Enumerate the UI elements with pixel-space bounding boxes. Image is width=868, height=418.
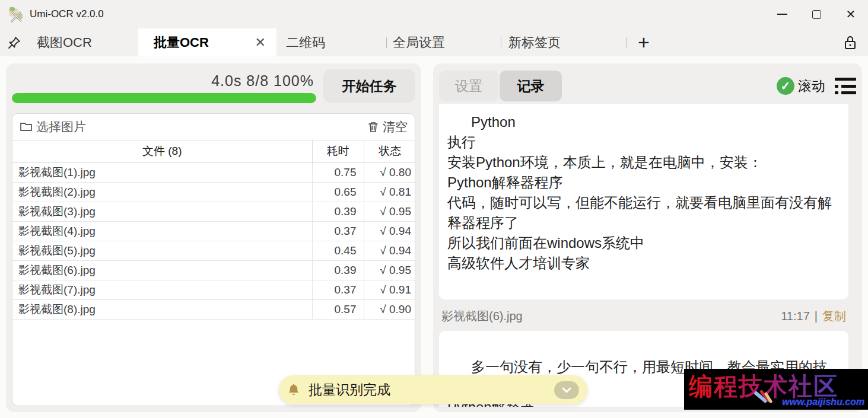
tab-new-page[interactable]: 新标签页 <box>501 28 626 56</box>
copy-link[interactable]: 复制 <box>822 308 846 324</box>
notification-toast[interactable]: 批量识别完成 <box>279 375 587 404</box>
app-logo-icon <box>7 5 25 23</box>
add-tab-button[interactable]: + <box>627 28 661 56</box>
bell-icon <box>287 383 300 397</box>
tab-global-settings[interactable]: 全局设置 <box>387 28 501 56</box>
pin-window-button[interactable] <box>0 28 28 56</box>
tab-records[interactable]: 记录 <box>500 71 562 101</box>
status-cell: √ 0.94 <box>364 241 415 260</box>
table-row[interactable]: 影视截图(3).jpg 0.39 √ 0.95 <box>12 202 415 221</box>
ocr-result-card[interactable]: Python 执行 安装Python环境，本质上，就是在电脑中，安装： Pyth… <box>439 104 848 299</box>
tab-bar: 截图OCR 批量OCR ✕ 二维码 全局设置 新标签页 + <box>0 28 868 56</box>
tab-label: 二维码 <box>286 34 325 52</box>
record-meta-right: 11:17 | 复制 <box>781 308 846 324</box>
tab-label: 全局设置 <box>393 34 445 52</box>
time-cell: 0.45 <box>312 241 364 260</box>
time-cell: 0.37 <box>312 221 364 241</box>
minimize-button[interactable] <box>765 0 799 28</box>
maximize-button[interactable] <box>799 0 834 28</box>
column-header-file[interactable]: 文件 (8) <box>12 141 312 162</box>
minimize-icon <box>777 14 787 15</box>
tab-label: 截图OCR <box>37 34 92 52</box>
plus-icon: + <box>638 31 650 54</box>
file-name-cell: 影视截图(6).jpg <box>12 260 312 280</box>
task-progress-area: 4.0s 8/8 100% <box>12 69 323 107</box>
results-panel: 设置 记录 ✓ 滚动 Python 执行 安装Python环境，本质上，就是在电… <box>433 63 862 412</box>
watermark: 编程技术社区 www.paijishu.com <box>684 369 868 410</box>
checkbox-checked-icon[interactable]: ✓ <box>777 77 794 95</box>
status-cell: √ 0.90 <box>364 299 415 319</box>
auto-scroll-toggle[interactable]: ✓ 滚动 <box>777 77 825 95</box>
list-icon-row <box>835 91 856 94</box>
time-cell: 0.75 <box>312 162 364 182</box>
tab-screenshot-ocr[interactable]: 截图OCR <box>28 28 138 56</box>
window-controls: ✕ <box>765 0 868 28</box>
status-cell: √ 0.80 <box>364 162 415 182</box>
lock-ui-button[interactable] <box>841 33 860 52</box>
file-name-cell: 影视截图(3).jpg <box>12 202 312 221</box>
status-cell: √ 0.95 <box>364 202 415 221</box>
status-cell: √ 0.91 <box>364 280 415 299</box>
trash-icon <box>367 120 379 133</box>
select-images-button[interactable]: 选择图片 <box>20 119 86 135</box>
status-cell: √ 0.81 <box>364 182 415 202</box>
titlebar: Umi-OCR v2.0.0 ✕ <box>0 0 868 28</box>
tab-qrcode[interactable]: 二维码 <box>276 28 386 56</box>
table-row[interactable]: 影视截图(1).jpg 0.75 √ 0.80 <box>12 162 415 182</box>
start-task-button[interactable]: 开始任务 <box>323 69 415 103</box>
folder-icon <box>20 121 33 133</box>
record-timestamp: 11:17 <box>781 309 810 323</box>
list-icon-row <box>835 85 856 88</box>
time-cell: 0.57 <box>312 299 364 319</box>
pushpin-icon <box>7 36 21 50</box>
file-name-cell: 影视截图(4).jpg <box>12 221 312 241</box>
padlock-icon <box>843 35 857 50</box>
file-name-cell: 影视截图(5).jpg <box>12 241 312 260</box>
pencils-icon <box>752 388 778 409</box>
tab-label: 批量OCR <box>154 34 209 52</box>
select-images-label: 选择图片 <box>36 119 86 135</box>
status-cell: √ 0.94 <box>364 221 415 241</box>
record-menu-button[interactable] <box>835 78 856 94</box>
tab-close-icon[interactable]: ✕ <box>255 35 266 50</box>
table-row[interactable]: 影视截图(4).jpg 0.37 √ 0.94 <box>12 221 415 241</box>
tab-batch-ocr-active[interactable]: 批量OCR ✕ <box>138 28 276 56</box>
watermark-url: www.paijishu.com <box>782 397 864 407</box>
time-cell: 0.39 <box>312 260 364 280</box>
results-header: 设置 记录 ✓ 滚动 <box>439 69 856 103</box>
time-cell: 0.39 <box>312 202 364 221</box>
close-icon: ✕ <box>846 8 856 20</box>
notification-text: 批量识别完成 <box>309 381 390 399</box>
column-header-time[interactable]: 耗时 <box>312 141 364 162</box>
file-list-toolbar: 选择图片 清空 <box>12 114 415 141</box>
column-header-status[interactable]: 状态 <box>364 141 415 162</box>
list-icon-row <box>835 78 856 81</box>
file-list-card: 选择图片 清空 文件 (8) 耗时 状态 <box>12 113 415 406</box>
window-title: Umi-OCR v2.0.0 <box>30 8 104 20</box>
file-name-cell: 影视截图(1).jpg <box>12 162 312 182</box>
task-stats: 4.0s 8/8 100% <box>12 69 316 93</box>
clear-list-button[interactable]: 清空 <box>367 119 408 135</box>
table-row[interactable]: 影视截图(2).jpg 0.65 √ 0.81 <box>12 182 415 202</box>
batch-task-panel: 4.0s 8/8 100% 开始任务 选择图片 清空 <box>6 63 421 412</box>
tab-settings[interactable]: 设置 <box>439 71 498 101</box>
file-name-cell: 影视截图(8).jpg <box>12 299 312 319</box>
ocr-result-text: Python 执行 安装Python环境，本质上，就是在电脑中，安装： Pyth… <box>447 114 832 271</box>
table-row[interactable]: 影视截图(5).jpg 0.45 √ 0.94 <box>12 241 415 260</box>
progress-bar-fill <box>12 93 316 103</box>
progress-bar <box>12 93 316 103</box>
ocr-records-list[interactable]: Python 执行 安装Python环境，本质上，就是在电脑中，安装： Pyth… <box>439 104 848 407</box>
file-name-cell: 影视截图(7).jpg <box>12 280 312 299</box>
record-meta-row: 影视截图(6).jpg 11:17 | 复制 <box>441 308 846 324</box>
notification-dismiss-button[interactable] <box>554 381 579 399</box>
close-button[interactable]: ✕ <box>834 0 868 28</box>
table-row[interactable]: 影视截图(7).jpg 0.37 √ 0.91 <box>12 280 415 299</box>
time-cell: 0.65 <box>312 182 364 202</box>
task-header: 4.0s 8/8 100% 开始任务 <box>12 69 415 107</box>
clear-list-label: 清空 <box>383 119 408 135</box>
tab-label: 新标签页 <box>508 34 561 52</box>
table-row[interactable]: 影视截图(6).jpg 0.39 √ 0.95 <box>12 260 415 280</box>
chevron-down-icon <box>561 387 572 394</box>
table-row[interactable]: 影视截图(8).jpg 0.57 √ 0.90 <box>12 299 415 319</box>
time-cell: 0.37 <box>312 280 364 299</box>
